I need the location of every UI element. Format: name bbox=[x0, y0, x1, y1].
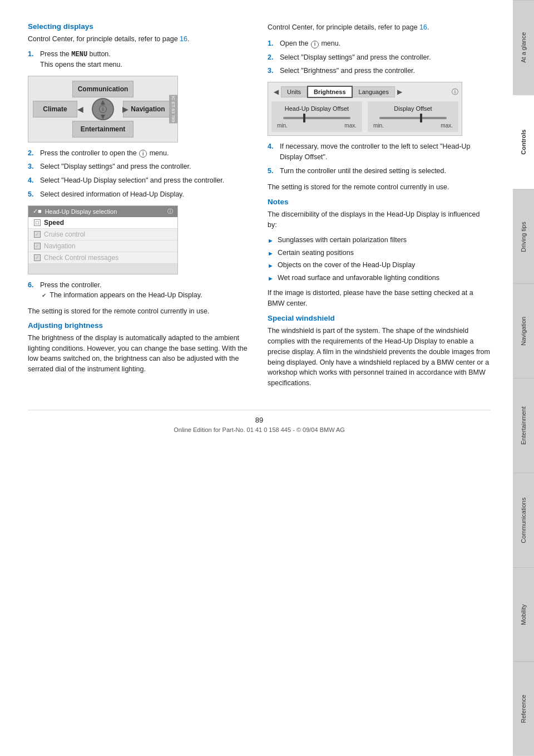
main-content: Selecting displays Control Center, for p… bbox=[0, 0, 513, 756]
nav-arrow-up: ▲ bbox=[99, 97, 107, 106]
hud-item-nav[interactable]: ✓ Navigation bbox=[28, 240, 177, 252]
brightness-panel-1: Head-Up Display Offset min. max. bbox=[271, 101, 362, 132]
nav-arrow-down: ▼ bbox=[99, 112, 107, 121]
tab-languages[interactable]: Languages bbox=[353, 86, 395, 97]
hud-checkbox-cruise: ✓ bbox=[34, 231, 41, 238]
special-text: The windshield is part of the system. Th… bbox=[268, 326, 491, 389]
info-icon-r1: i bbox=[311, 41, 319, 48]
step-2: 2. Press the controller to open the i me… bbox=[28, 148, 251, 159]
slider-labels-2: min. max. bbox=[371, 122, 455, 129]
steps-list-2: 2. Press the controller to open the i me… bbox=[28, 148, 251, 200]
brightness-content: Head-Up Display Offset min. max. Display… bbox=[271, 101, 458, 132]
sidebar-tab-reference[interactable]: Reference bbox=[513, 661, 534, 756]
sidebar-tab-navigation[interactable]: Navigation bbox=[513, 283, 534, 378]
hud-item-cruise[interactable]: ✓ Cruise control bbox=[28, 229, 177, 240]
nav-communication: Communication bbox=[72, 81, 134, 97]
panel1-title: Head-Up Display Offset bbox=[275, 105, 359, 112]
checkmark-icon: ✔ bbox=[40, 292, 48, 300]
diagram-tag: IC ET 63 789 bbox=[169, 95, 177, 123]
right-steps: 1. Open the i menu. 2. Select "Display s… bbox=[268, 38, 491, 76]
sidebar-tab-communications[interactable]: Communications bbox=[513, 473, 534, 567]
section2-text: The brightness of the display is automat… bbox=[28, 333, 251, 375]
hud-checkbox-check: ✓ bbox=[34, 254, 41, 261]
section1-heading: Selecting displays bbox=[28, 22, 251, 31]
right-step-1: 1. Open the i menu. bbox=[268, 38, 491, 49]
setting-stored-1: The setting is stored for the remote con… bbox=[28, 306, 251, 317]
tab-units[interactable]: Units bbox=[281, 86, 307, 97]
triangle-icon-4: ► bbox=[268, 274, 274, 283]
note-item-2: ► Certain seating positions bbox=[268, 248, 491, 258]
footer-copyright: Online Edition for Part-No. 01 41 0 158 … bbox=[28, 426, 491, 433]
sidebar-tab-driving-tips[interactable]: Driving tips bbox=[513, 189, 534, 284]
info-icon-step2: i bbox=[139, 150, 147, 158]
step-1: 1. Press the MENU button.This opens the … bbox=[28, 49, 251, 70]
special-heading: Special windshield bbox=[268, 314, 491, 322]
notes-heading: Notes bbox=[268, 198, 491, 206]
nav-arrow-right: ▶ bbox=[122, 105, 128, 114]
triangle-icon-3: ► bbox=[268, 261, 274, 271]
right-step-3: 3. Select "Brightness" and press the con… bbox=[268, 66, 491, 76]
hud-label-cruise: Cruise control bbox=[44, 230, 85, 238]
slider-max-1: max. bbox=[344, 122, 357, 129]
notes-list: ► Sunglasses with certain polarization f… bbox=[268, 235, 491, 283]
hud-title-bar: ✓■ Head-Up Display selection ⓘ bbox=[28, 206, 177, 217]
slider-track-1[interactable] bbox=[283, 117, 350, 119]
hud-label-nav: Navigation bbox=[44, 242, 76, 250]
note-item-4: ► Wet road surface and unfavorable light… bbox=[268, 273, 491, 283]
right-step-2: 2. Select "Display settings" and press t… bbox=[268, 52, 491, 63]
step-3: 3. Select "Display settings" and press t… bbox=[28, 161, 251, 172]
right-intro: Control Center, for principle details, r… bbox=[268, 22, 491, 33]
slider-track-2[interactable] bbox=[379, 117, 447, 119]
note-item-1: ► Sunglasses with certain polarization f… bbox=[268, 235, 491, 246]
section2-heading: Adjusting brightness bbox=[28, 321, 251, 330]
notes-footer: If the image is distorted, please have t… bbox=[268, 288, 491, 309]
sidebar-tab-controls[interactable]: Controls bbox=[513, 95, 534, 189]
sidebar-tab-mobility[interactable]: Mobility bbox=[513, 567, 534, 662]
tab-brightness[interactable]: Brightness bbox=[307, 86, 352, 98]
hud-title-text: Head-Up Display selection bbox=[45, 208, 117, 215]
hud-item-speed[interactable]: □ Speed bbox=[28, 217, 177, 229]
section1-intro: Control Center, for principle details, r… bbox=[28, 34, 251, 45]
panel2-title: Display Offset bbox=[371, 105, 455, 112]
hud-checkbox-speed: □ bbox=[34, 219, 41, 226]
slider-max-2: max. bbox=[441, 122, 453, 129]
triangle-icon-1: ► bbox=[268, 236, 274, 246]
hud-selection-box: ✓■ Head-Up Display selection ⓘ □ Speed ✓… bbox=[28, 205, 178, 274]
triangle-icon-2: ► bbox=[268, 249, 274, 258]
sidebar-tab-at-a-glance[interactable]: At a glance bbox=[513, 0, 534, 95]
hud-item-check[interactable]: ✓ Check Control messages bbox=[28, 252, 177, 264]
steps-list-3: 6. Press the controller.✔ The informatio… bbox=[28, 280, 251, 301]
slider-labels-1: min. max. bbox=[275, 122, 359, 129]
page-ref-link[interactable]: 16 bbox=[180, 35, 187, 43]
brightness-settings-icon: ⓘ bbox=[452, 87, 458, 97]
sidebar-tab-entertainment[interactable]: Entertainment bbox=[513, 378, 534, 473]
brightness-tabs: ◀ Units Brightness Languages ▶ ⓘ bbox=[271, 86, 458, 98]
hud-label-speed: Speed bbox=[44, 219, 64, 227]
right-column: Control Center, for principle details, r… bbox=[268, 22, 491, 393]
slider-thumb-1[interactable] bbox=[303, 114, 305, 122]
notes-intro: The discernibility of the displays in th… bbox=[268, 209, 491, 230]
tab-arrow-right: ▶ bbox=[395, 88, 404, 96]
nav-diagram: Communication Climate Navigation Enterta… bbox=[28, 76, 178, 143]
page-number: 89 bbox=[28, 416, 491, 424]
hud-label-check: Check Control messages bbox=[44, 254, 118, 262]
hud-empty-row bbox=[28, 264, 177, 274]
nav-arrow-left: ◀ bbox=[77, 105, 83, 114]
slider-thumb-2[interactable] bbox=[420, 114, 422, 122]
slider-min-2: min. bbox=[373, 122, 384, 129]
nav-entertainment: Entertainment bbox=[72, 121, 134, 138]
right-step-4: 4. If necessary, move the controller to … bbox=[268, 141, 491, 163]
brightness-box: ◀ Units Brightness Languages ▶ ⓘ Head-Up… bbox=[268, 82, 462, 136]
right-steps-2: 4. If necessary, move the controller to … bbox=[268, 141, 491, 176]
right-page-ref[interactable]: 16 bbox=[419, 23, 427, 31]
nav-climate: Climate bbox=[33, 101, 77, 117]
brightness-panel-2: Display Offset min. max. bbox=[368, 101, 458, 132]
sidebar: At a glance Controls Driving tips Naviga… bbox=[513, 0, 534, 756]
checkmark-title: ✓■ bbox=[33, 208, 42, 215]
menu-bold: MENU bbox=[71, 51, 87, 58]
slider-min-1: min. bbox=[277, 122, 288, 129]
page-footer: 89 Online Edition for Part-No. 01 41 0 1… bbox=[28, 410, 491, 444]
nav-navigation-box: Navigation bbox=[123, 101, 173, 117]
hud-title-icon: ⓘ bbox=[167, 208, 173, 215]
note-item-3: ► Objects on the cover of the Head-Up Di… bbox=[268, 260, 491, 271]
